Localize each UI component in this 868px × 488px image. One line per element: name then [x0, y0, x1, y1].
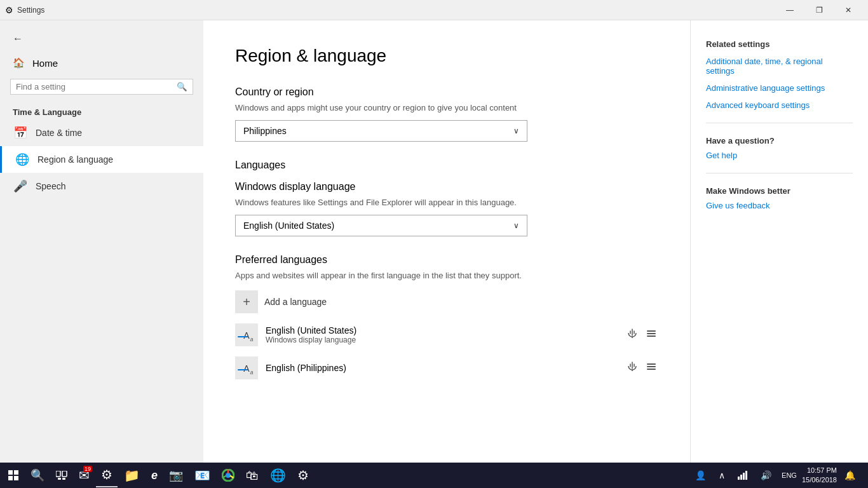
have-question-title: Have a question? [706, 136, 853, 146]
taskbar: 🔍 ✉ 19 ⚙ 📁 e 📷 📧 🛍 🌐 ⚙ 👤 ∧ [0, 463, 868, 488]
notification-button[interactable]: 🔔 [839, 463, 860, 488]
right-divider-1 [706, 123, 853, 123]
country-selected-value: Philippines [243, 126, 287, 136]
svg-rect-27 [740, 475, 742, 480]
language-item-0: A a English (United States) Windows disp… [235, 318, 658, 351]
taskbar-chrome[interactable] [217, 463, 240, 487]
sidebar-item-speech[interactable]: 🎤 Speech [0, 173, 203, 200]
date-time-icon: 📅 [13, 126, 28, 140]
lang-icon-0: A a [235, 323, 258, 346]
taskbar-file-explorer[interactable]: 📁 [119, 463, 145, 487]
main-content: Region & language Country or region Wind… [203, 20, 690, 463]
taskbar-outlook[interactable]: 📧 [189, 463, 215, 487]
sidebar-home[interactable]: 🏠 Home [0, 52, 203, 74]
lang-info-1: English (Philippines) [266, 363, 618, 373]
svg-rect-28 [743, 473, 745, 480]
maximize-button[interactable]: ❐ [804, 0, 834, 20]
lang-options-btn-1[interactable] [644, 360, 658, 376]
sidebar-item-region-language[interactable]: 🌐 Region & language [0, 146, 203, 173]
taskbar-clock[interactable]: 10:57 PM 15/06/2018 [802, 466, 837, 485]
taskbar-right: 👤 ∧ 🔊 ENG 10:57 PM 15/06/2018 🔔 [685, 463, 865, 488]
home-icon: 🏠 [13, 57, 25, 69]
taskbar-settings2[interactable]: ⚙ [292, 463, 314, 487]
country-section: Country or region Windows and apps might… [235, 86, 658, 142]
add-language-icon: + [235, 290, 258, 313]
system-tray-user[interactable]: 👤 [690, 463, 711, 488]
svg-text:A: A [243, 330, 250, 341]
taskbar-instagram[interactable]: 📷 [164, 463, 188, 487]
taskbar-edge[interactable]: e [146, 463, 163, 487]
svg-rect-15 [647, 369, 656, 370]
system-tray-volume[interactable]: 🔊 [756, 463, 776, 488]
lang-name-1: English (Philippines) [266, 363, 618, 373]
get-help-link[interactable]: Get help [706, 151, 853, 160]
svg-rect-13 [647, 363, 656, 365]
taskbar-globe[interactable]: 🌐 [265, 463, 291, 487]
svg-rect-5 [647, 330, 656, 332]
taskbar-mail-app[interactable]: ✉ 19 [74, 463, 95, 487]
add-language-button[interactable]: + Add a language [235, 290, 658, 313]
sidebar-section-label: Time & Language [0, 100, 203, 119]
lang-actions-1 [625, 360, 658, 376]
svg-text:a: a [250, 369, 253, 376]
search-icon[interactable]: 🔍 [177, 82, 187, 92]
svg-rect-26 [738, 477, 740, 480]
svg-rect-11 [238, 369, 248, 370]
close-button[interactable]: ✕ [834, 0, 863, 20]
window-controls: — ❐ ✕ [775, 0, 863, 20]
svg-text:A: A [243, 363, 250, 374]
sidebar: ← 🏠 Home 🔍 Time & Language 📅 Date & time… [0, 20, 203, 463]
lang-speech-btn-0[interactable] [625, 327, 639, 343]
give-feedback-link[interactable]: Give us feedback [706, 201, 853, 210]
related-link-2[interactable]: Advanced keyboard settings [706, 100, 853, 110]
search-input[interactable] [16, 82, 177, 92]
svg-rect-14 [647, 366, 656, 367]
country-section-title: Country or region [235, 86, 658, 98]
related-link-1[interactable]: Administrative language settings [706, 83, 853, 93]
settings-title-icon: ⚙ [5, 5, 13, 15]
country-dropdown[interactable]: Philippines ∨ [235, 120, 527, 142]
region-icon: 🌐 [15, 152, 30, 166]
add-language-label: Add a language [264, 297, 327, 307]
display-language-dropdown[interactable]: English (United States) ∨ [235, 215, 527, 236]
sidebar-item-date-time[interactable]: 📅 Date & time [0, 119, 203, 146]
start-button[interactable] [3, 463, 24, 488]
search-box[interactable]: 🔍 [10, 79, 193, 95]
preferred-desc: Apps and websites will appear in the fir… [235, 271, 658, 280]
lang-label: ENG [782, 471, 797, 479]
display-language-block: Windows display language Windows feature… [235, 181, 658, 236]
lang-actions-0 [625, 327, 658, 343]
display-language-title: Windows display language [235, 181, 658, 193]
svg-rect-3 [238, 336, 248, 337]
back-button[interactable]: ← [10, 30, 25, 47]
display-language-desc: Windows features like Settings and File … [235, 198, 658, 207]
svg-rect-19 [14, 476, 18, 480]
lang-options-btn-0[interactable] [644, 327, 658, 343]
task-view-button[interactable] [51, 463, 72, 488]
languages-title: Languages [235, 159, 658, 171]
mail-badge: 19 [83, 466, 92, 472]
minimize-button[interactable]: — [775, 0, 804, 20]
display-language-arrow: ∨ [513, 221, 519, 230]
system-tray-network[interactable] [733, 463, 753, 488]
app-body: ← 🏠 Home 🔍 Time & Language 📅 Date & time… [0, 20, 868, 463]
svg-rect-23 [62, 478, 65, 480]
display-language-value: English (United States) [243, 220, 334, 231]
system-tray-chevron[interactable]: ∧ [714, 463, 730, 488]
lang-sub-0: Windows display language [266, 336, 618, 344]
taskbar-store[interactable]: 🛍 [241, 463, 264, 487]
languages-section: Languages Windows display language Windo… [235, 159, 658, 384]
title-bar: ⚙ Settings — ❐ ✕ [0, 0, 868, 20]
page-title: Region & language [235, 46, 658, 66]
svg-rect-7 [647, 336, 656, 337]
related-link-0[interactable]: Additional date, time, & regional settin… [706, 57, 853, 76]
svg-rect-17 [14, 470, 18, 475]
clock-time: 10:57 PM [802, 466, 837, 475]
make-windows-title: Make Windows better [706, 186, 853, 196]
taskbar-settings-app[interactable]: ⚙ [96, 463, 118, 487]
lang-indicator[interactable]: ENG [779, 470, 799, 480]
lang-speech-btn-1[interactable] [625, 360, 639, 376]
right-panel: Related settings Additional date, time, … [690, 20, 868, 463]
title-bar-text: Settings [17, 6, 775, 15]
taskbar-search-button[interactable]: 🔍 [25, 463, 50, 488]
